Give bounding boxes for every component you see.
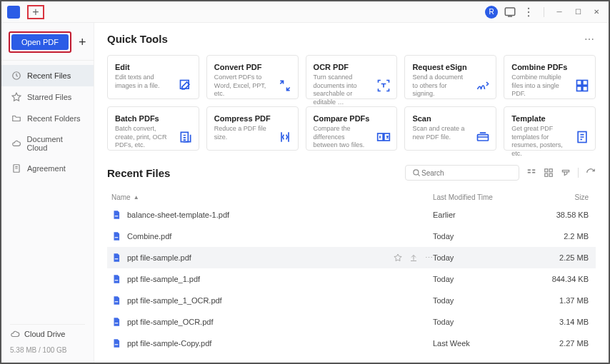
tool-title: Template xyxy=(511,114,588,123)
convert-icon xyxy=(278,79,292,93)
star-icon[interactable] xyxy=(394,253,402,262)
svg-rect-18 xyxy=(528,172,531,173)
more-icon[interactable]: ⋯ xyxy=(425,253,433,263)
svg-rect-25 xyxy=(562,171,569,172)
file-name: Combine.pdf xyxy=(127,232,171,241)
tool-combine-pdfs[interactable]: Combine PDFsCombine multiple files into … xyxy=(504,55,596,99)
pdf-file-icon xyxy=(111,231,121,241)
sidebar: Open PDF + Recent FilesStarred FilesRece… xyxy=(1,23,94,363)
new-file-button[interactable]: + xyxy=(79,35,86,50)
svg-rect-10 xyxy=(583,86,588,91)
tool-desc: Edit texts and images in a file. xyxy=(115,74,172,90)
sidebar-item-document-cloud[interactable]: Document Cloud xyxy=(1,129,94,158)
divider xyxy=(578,168,579,178)
menu-icon[interactable] xyxy=(522,6,535,19)
table-row[interactable]: ppt file-sample-Copy.pdfLast Week2.27 MB xyxy=(107,333,596,354)
tool-scan[interactable]: ScanScan and create a new PDF file. xyxy=(404,106,496,151)
sidebar-item-starred-files[interactable]: Starred Files xyxy=(1,86,94,108)
svg-point-16 xyxy=(414,170,419,175)
svg-rect-22 xyxy=(549,169,552,172)
user-avatar[interactable]: R xyxy=(485,6,498,19)
svg-point-3 xyxy=(528,15,529,16)
view-list-icon[interactable] xyxy=(526,168,536,178)
svg-rect-20 xyxy=(532,172,535,173)
table-row[interactable]: ppt file-sample.pdf⋯Today2.25 MB xyxy=(107,247,596,268)
feedback-icon[interactable] xyxy=(504,6,516,19)
minimize-button[interactable]: ─ xyxy=(553,6,566,19)
tool-title: OCR PDF xyxy=(314,63,390,71)
file-name: balance-sheet-template-1.pdf xyxy=(127,211,229,219)
sidebar-item-label: Starred Files xyxy=(27,93,71,101)
table-header: Name ▲ Last Modified Time Size xyxy=(107,191,596,204)
batch-icon xyxy=(179,130,193,144)
tool-compare-pdfs[interactable]: Compare PDFsCompare the differences betw… xyxy=(306,106,398,151)
table-row[interactable]: ppt file-sample_OCR.pdfToday3.14 MB xyxy=(107,311,596,333)
table-row[interactable]: ppt file-sample_1_OCR.pdfToday1.37 MB xyxy=(107,290,596,311)
sidebar-item-label: Recent Folders xyxy=(27,114,81,123)
tool-desc: Turn scanned documents into searchable o… xyxy=(314,74,371,107)
tool-title: Request eSign xyxy=(412,63,489,71)
combine-icon xyxy=(575,79,589,93)
open-pdf-button[interactable]: Open PDF xyxy=(11,34,69,50)
agreement-icon xyxy=(11,163,21,173)
tool-desc: Get great PDF templates for resumes, pos… xyxy=(511,125,569,158)
svg-rect-14 xyxy=(478,135,489,141)
tool-title: Combine PDFs xyxy=(511,63,588,71)
tool-title: Compare PDFs xyxy=(314,114,390,123)
svg-rect-19 xyxy=(532,169,535,171)
tool-request-esign[interactable]: Request eSignSend a document to others f… xyxy=(404,55,496,99)
esign-icon xyxy=(476,79,490,93)
table-row[interactable]: balance-sheet-template-1.pdfEarlier38.58… xyxy=(107,204,596,226)
svg-point-1 xyxy=(528,7,529,9)
search-box[interactable] xyxy=(405,165,519,181)
edit-icon xyxy=(179,79,193,93)
file-size: 2.2 MB xyxy=(533,232,591,241)
svg-rect-24 xyxy=(549,173,552,176)
col-size[interactable]: Size xyxy=(533,193,591,201)
table-row[interactable]: Combine.pdfToday2.2 MB xyxy=(107,226,596,247)
filter-icon[interactable] xyxy=(561,168,571,178)
pdf-file-icon xyxy=(111,274,121,284)
sidebar-item-agreement[interactable]: Agreement xyxy=(1,158,94,179)
view-grid-icon[interactable] xyxy=(544,168,554,178)
tool-desc: Batch convert, create, print, OCR PDFs, … xyxy=(115,125,172,150)
table-row[interactable]: ppt file-sample_1.pdfToday844.34 KB xyxy=(107,268,596,290)
tool-desc: Scan and create a new PDF file. xyxy=(412,125,469,141)
sidebar-item-recent-files[interactable]: Recent Files xyxy=(1,65,94,86)
storage-text: 5.38 MB / 100 GB xyxy=(10,346,85,354)
file-date: Today xyxy=(433,318,533,326)
tool-compress-pdf[interactable]: Compress PDFReduce a PDF file size. xyxy=(206,106,299,151)
cloud-drive-button[interactable]: Cloud Drive xyxy=(10,329,85,339)
upload-icon[interactable] xyxy=(409,253,418,262)
star-icon xyxy=(11,92,21,102)
svg-rect-23 xyxy=(545,173,548,176)
pdf-file-icon xyxy=(111,210,121,220)
svg-rect-0 xyxy=(505,8,515,16)
col-name[interactable]: Name xyxy=(111,193,131,201)
file-date: Today xyxy=(433,275,533,283)
refresh-icon[interactable] xyxy=(586,168,596,178)
tool-title: Batch PDFs xyxy=(115,114,191,123)
quick-tools-more[interactable]: ⋯ xyxy=(584,34,596,45)
col-date[interactable]: Last Modified Time xyxy=(433,193,533,201)
tool-template[interactable]: TemplateGet great PDF templates for resu… xyxy=(504,106,596,151)
tool-ocr-pdf[interactable]: OCR PDFTurn scanned documents into searc… xyxy=(306,55,398,99)
app-icon xyxy=(7,6,20,19)
file-size: 3.14 MB xyxy=(533,318,591,326)
svg-rect-17 xyxy=(528,169,531,171)
maximize-button[interactable]: ☐ xyxy=(571,6,584,19)
file-date: Last Week xyxy=(433,339,533,348)
search-input[interactable] xyxy=(421,169,513,177)
template-icon xyxy=(575,130,589,144)
tool-batch-pdfs[interactable]: Batch PDFsBatch convert, create, print, … xyxy=(107,106,199,151)
compare-icon xyxy=(376,130,391,144)
tool-edit[interactable]: EditEdit texts and images in a file. xyxy=(107,55,199,99)
tool-title: Compress PDF xyxy=(214,114,291,123)
tool-convert-pdf[interactable]: Convert PDFConvert PDFs to Word, Excel, … xyxy=(206,55,299,99)
sidebar-item-label: Recent Files xyxy=(27,71,71,80)
sidebar-item-recent-folders[interactable]: Recent Folders xyxy=(1,108,94,129)
folder-icon xyxy=(11,113,21,123)
close-button[interactable]: ✕ xyxy=(590,6,603,19)
svg-rect-21 xyxy=(545,169,548,172)
new-tab-button[interactable]: + xyxy=(27,5,44,19)
